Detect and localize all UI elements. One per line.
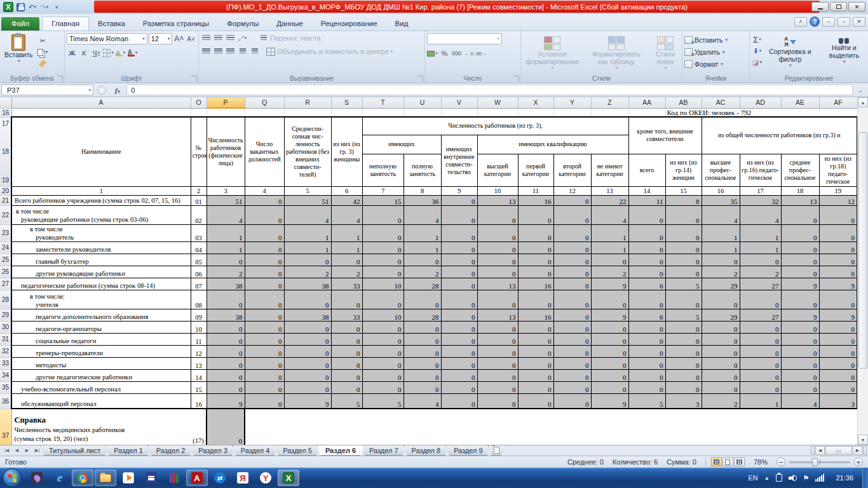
cell-Z21[interactable]: 22 <box>591 195 628 205</box>
cell-O22[interactable]: 02 <box>191 205 207 224</box>
cell-AF35[interactable]: 0 <box>819 381 857 393</box>
cell-AE35[interactable]: 0 <box>781 381 819 393</box>
row-header-31[interactable]: 31 <box>0 333 11 345</box>
column-header-AD[interactable]: AD <box>740 97 781 108</box>
column-header-AB[interactable]: AB <box>665 97 702 108</box>
cell-R36[interactable]: 9 <box>284 393 331 409</box>
customize-qat-icon[interactable]: ▾ <box>51 2 62 12</box>
cell-AB28[interactable]: 0 <box>665 290 702 309</box>
cell-W28[interactable]: 0 <box>477 290 518 309</box>
cell-A35[interactable]: учебно-вспомогательный персонал <box>11 381 191 393</box>
cell-S30[interactable]: 0 <box>331 321 362 333</box>
cell-T28[interactable]: 0 <box>362 290 403 309</box>
increase-decimal-icon[interactable]: ←.0 <box>463 48 474 58</box>
vertical-scrollbar[interactable]: ▲ ▼ <box>857 97 868 445</box>
cell-AE24[interactable]: 0 <box>781 241 819 254</box>
header-vacancies[interactable]: Число вакантных должностей <box>245 117 284 186</box>
cell-AA21[interactable]: 11 <box>628 195 665 205</box>
header-education[interactable]: из общей численности работников (из гр.3… <box>702 117 857 154</box>
cell-AB26[interactable]: 0 <box>665 266 702 278</box>
cell-AC35[interactable]: 0 <box>702 381 740 393</box>
zoom-slider[interactable]: − + <box>776 458 863 466</box>
cell-AD26[interactable]: 2 <box>740 266 781 278</box>
cell-R25[interactable]: 0 <box>284 254 331 266</box>
format-cells-button[interactable]: Формат▾ <box>684 58 747 69</box>
prev-sheet-icon[interactable]: ◀ <box>12 447 22 455</box>
cell-AA29[interactable]: 6 <box>628 309 665 321</box>
cell-A34[interactable]: другие педагогические работники <box>11 369 191 381</box>
cell-A31[interactable]: социальные педагоги <box>11 333 191 345</box>
cell-AC25[interactable]: 0 <box>702 254 740 266</box>
cell-V28[interactable]: 0 <box>441 290 477 309</box>
col-number-1[interactable]: 1 <box>11 186 191 195</box>
number-format-select[interactable]: ▾ <box>427 33 502 44</box>
cell-AE26[interactable]: 0 <box>781 266 819 278</box>
cell-Y35[interactable]: 0 <box>553 381 591 393</box>
cell-V36[interactable]: 0 <box>441 393 477 409</box>
cell-AF23[interactable]: 0 <box>819 224 857 241</box>
header-having[interactable]: имеющих <box>362 135 441 154</box>
row-header-32[interactable]: 32 <box>0 345 11 357</box>
column-header-S[interactable]: S <box>331 97 362 108</box>
cell-A25[interactable]: главный бухгалтер <box>11 254 191 266</box>
cell-R35[interactable]: 0 <box>284 381 331 393</box>
cell-X23[interactable]: 0 <box>518 224 553 241</box>
first-sheet-icon[interactable]: |◀ <box>2 447 11 455</box>
cell-R27[interactable]: 38 <box>284 278 331 290</box>
page-layout-view-button[interactable] <box>722 458 733 466</box>
cell-U34[interactable]: 0 <box>403 369 441 381</box>
cell-AD32[interactable]: 0 <box>740 345 781 357</box>
col-number-10[interactable]: 10 <box>477 186 518 195</box>
row-header-17-19[interactable]: 171819 <box>0 117 11 186</box>
cell-Z22[interactable]: 4 <box>591 205 628 224</box>
cell-O36[interactable]: 16 <box>191 393 207 409</box>
taskbar-ya-app-icon[interactable]: Я <box>232 470 254 486</box>
cell-Z26[interactable]: 2 <box>591 266 628 278</box>
column-header-A[interactable]: A <box>11 97 191 108</box>
row-header-16[interactable]: 16 <box>0 108 11 117</box>
cell-O37[interactable]: (17) <box>191 409 207 445</box>
clear-icon[interactable]: ◪▾ <box>752 57 763 67</box>
cell-A27[interactable]: педагогические работники (сумма строк 08… <box>11 278 191 290</box>
cell-styles-button[interactable]: Стили ячеек▾ <box>651 35 680 72</box>
hsplit-handle[interactable] <box>863 446 867 455</box>
cell-S26[interactable]: 2 <box>331 266 362 278</box>
cell-S23[interactable]: 1 <box>331 224 362 241</box>
tab-home[interactable]: Главная <box>42 17 89 30</box>
cell-U21[interactable]: 36 <box>403 195 441 205</box>
header-higher-prof[interactable]: высшее профес-сиональное <box>702 154 740 186</box>
cell-empty-16[interactable] <box>284 108 331 117</box>
cell-Q31[interactable]: 0 <box>245 333 284 345</box>
cell-Z27[interactable]: 9 <box>591 278 628 290</box>
sheet-tab-раздел-6[interactable]: Раздел 6 <box>317 445 364 456</box>
cell-AF33[interactable]: 0 <box>819 357 857 369</box>
cell-W34[interactable]: 0 <box>477 369 518 381</box>
col-number-16[interactable]: 16 <box>702 186 740 195</box>
horizontal-scroll-thumb[interactable]: ||| <box>825 446 852 455</box>
cell-A37[interactable]: Справка Численность медицинских работник… <box>11 409 191 445</box>
sheet-tab-раздел-8[interactable]: Раздел 8 <box>403 445 449 456</box>
cell-R21[interactable]: 51 <box>284 195 331 205</box>
row-header-34[interactable]: 34 <box>0 369 11 381</box>
cut-icon[interactable]: ✂ <box>37 36 48 46</box>
zoom-out-icon[interactable]: − <box>776 458 785 466</box>
taskbar-floppy-app-icon[interactable] <box>140 470 162 486</box>
cell-S32[interactable]: 0 <box>331 345 362 357</box>
tab-formulas[interactable]: Формулы <box>218 17 268 30</box>
cell-O32[interactable]: 12 <box>191 345 207 357</box>
sheet-tab-раздел-4[interactable]: Раздел 4 <box>233 445 278 456</box>
cell-AB34[interactable]: 0 <box>665 369 702 381</box>
cell-empty-16[interactable] <box>11 108 191 117</box>
cell-Q21[interactable]: 0 <box>245 195 284 205</box>
cell-Y25[interactable]: 0 <box>553 254 591 266</box>
cell-AB30[interactable]: 0 <box>665 321 702 333</box>
cell-R34[interactable]: 0 <box>284 369 331 381</box>
cell-empty-16[interactable] <box>245 108 284 117</box>
column-header-V[interactable]: V <box>441 97 477 108</box>
cell-S34[interactable]: 0 <box>331 369 362 381</box>
cell-A36[interactable]: обслуживающий персонал <box>11 393 191 409</box>
normal-view-button[interactable] <box>711 458 722 466</box>
format-as-table-button[interactable]: Форматировать как таблицу▾ <box>587 35 646 72</box>
cell-AC36[interactable]: 2 <box>702 393 740 409</box>
cell-S27[interactable]: 33 <box>331 278 362 290</box>
